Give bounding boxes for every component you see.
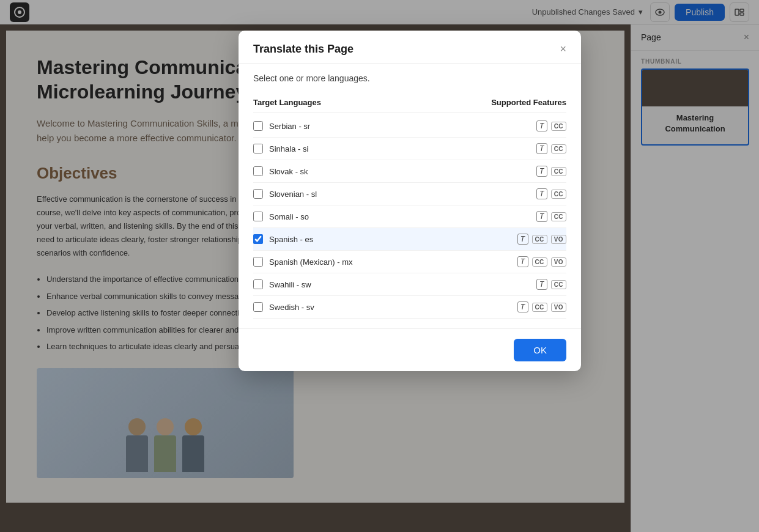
lang-checkbox-sk[interactable]: [253, 166, 263, 176]
language-table: Target Languages Supported Features Serb…: [253, 93, 566, 319]
language-row: Swahili - swTCC: [253, 273, 566, 296]
lang-name: Serbian - sr: [269, 122, 468, 131]
lang-name: Spanish (Mexican) - mx: [269, 257, 468, 267]
table-header: Target Languages Supported Features: [253, 93, 566, 113]
feature-cc-badge: CC: [532, 235, 547, 244]
lang-features: TCC: [468, 120, 566, 131]
modal-header: Translate this Page ×: [239, 31, 581, 64]
feature-t-badge: T: [536, 143, 547, 154]
lang-name: Swahili - sw: [269, 280, 468, 289]
feature-t-badge: T: [536, 211, 547, 222]
col-features: Supported Features: [468, 98, 566, 107]
feature-t-badge: T: [536, 166, 547, 177]
ok-button[interactable]: OK: [514, 339, 566, 361]
modal-title: Translate this Page: [253, 43, 354, 56]
lang-name: Slovenian - sl: [269, 190, 468, 199]
language-row: Sinhala - siTCC: [253, 138, 566, 160]
language-row: Spanish (Mexican) - mxTCCVO: [253, 251, 566, 273]
lang-checkbox-mx[interactable]: [253, 257, 263, 267]
language-row: Spanish - esTCCVO: [253, 228, 566, 251]
language-row: Slovenian - slTCC: [253, 183, 566, 205]
feature-t-badge: T: [536, 279, 547, 290]
lang-features: TCCVO: [468, 301, 566, 312]
feature-t-badge: T: [536, 188, 547, 199]
feature-cc-badge: CC: [551, 144, 566, 153]
translate-modal: Translate this Page × Select one or more…: [239, 31, 581, 371]
feature-t-badge: T: [517, 256, 528, 267]
col-languages: Target Languages: [253, 98, 468, 107]
feature-cc-badge: CC: [551, 280, 566, 289]
language-rows: Serbian - srTCCSinhala - siTCCSlovak - s…: [253, 115, 566, 319]
feature-t-badge: T: [517, 234, 528, 245]
modal-close-button[interactable]: ×: [560, 43, 566, 56]
feature-t-badge: T: [536, 120, 547, 131]
lang-checkbox-si[interactable]: [253, 144, 263, 153]
lang-checkbox-sr[interactable]: [253, 121, 263, 131]
feature-t-badge: T: [517, 301, 528, 312]
lang-features: TCCVO: [468, 234, 566, 245]
feature-vo-badge: VO: [551, 303, 566, 312]
lang-name: Slovak - sk: [269, 167, 468, 176]
language-row: Somali - soTCC: [253, 205, 566, 228]
lang-checkbox-es[interactable]: [253, 234, 263, 244]
feature-cc-badge: CC: [551, 122, 566, 131]
lang-checkbox-sw[interactable]: [253, 279, 263, 289]
lang-name: Spanish - es: [269, 235, 468, 244]
lang-features: TCC: [468, 188, 566, 199]
lang-checkbox-so[interactable]: [253, 212, 263, 221]
lang-features: TCCVO: [468, 256, 566, 267]
lang-features: TCC: [468, 166, 566, 177]
feature-cc-badge: CC: [532, 303, 547, 312]
lang-name: Somali - so: [269, 212, 468, 221]
language-row: Serbian - srTCC: [253, 115, 566, 138]
feature-cc-badge: CC: [532, 257, 547, 267]
feature-cc-badge: CC: [551, 190, 566, 199]
lang-name: Sinhala - si: [269, 144, 468, 153]
language-row: Swedish - svTCCVO: [253, 296, 566, 319]
feature-cc-badge: CC: [551, 212, 566, 221]
lang-features: TCC: [468, 279, 566, 290]
language-row: Slovak - skTCC: [253, 160, 566, 183]
modal-footer: OK: [239, 328, 581, 371]
lang-features: TCC: [468, 143, 566, 154]
modal-subtitle: Select one or more languages.: [253, 73, 566, 83]
feature-cc-badge: CC: [551, 167, 566, 176]
feature-vo-badge: VO: [551, 235, 566, 244]
feature-vo-badge: VO: [551, 257, 566, 267]
modal-overlay: Translate this Page × Select one or more…: [0, 0, 759, 532]
lang-features: TCC: [468, 211, 566, 222]
lang-name: Swedish - sv: [269, 303, 468, 312]
modal-body: Select one or more languages. Target Lan…: [239, 64, 581, 328]
lang-checkbox-sl[interactable]: [253, 189, 263, 199]
lang-checkbox-sv[interactable]: [253, 302, 263, 312]
